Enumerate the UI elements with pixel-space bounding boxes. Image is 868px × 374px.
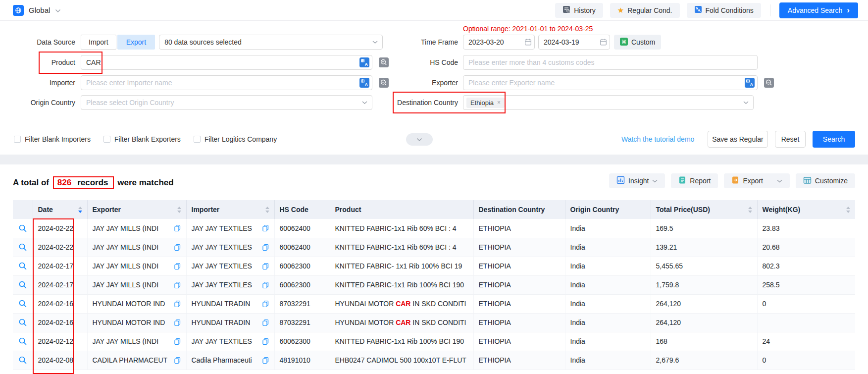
col-header-weight[interactable]: Weight(KG)	[757, 200, 855, 219]
copy-icon[interactable]	[174, 244, 181, 251]
remove-tag-icon[interactable]: ×	[497, 100, 501, 106]
copy-icon[interactable]	[174, 263, 181, 270]
checkbox-filter-blank-importers[interactable]: Filter Blank Importers	[14, 135, 91, 143]
total_price-cell: 1,759.8	[651, 275, 757, 294]
col-header-date[interactable]: Date	[33, 200, 87, 219]
time-frame-end-wrap	[538, 35, 610, 50]
copy-icon[interactable]	[262, 338, 269, 345]
translate-icon[interactable]: A	[359, 78, 369, 88]
row-detail-search-icon[interactable]	[18, 262, 27, 270]
product-input[interactable]	[81, 55, 372, 69]
copy-icon[interactable]	[174, 300, 181, 308]
date-cell: 2024-02-17	[33, 257, 87, 275]
divider	[770, 4, 770, 16]
date-cell: 2024-02-08	[33, 351, 87, 370]
exporter-input[interactable]	[463, 76, 757, 90]
copy-icon[interactable]	[174, 338, 181, 345]
calendar-icon[interactable]	[524, 39, 532, 46]
total_price-cell: 139.21	[651, 238, 757, 257]
time-frame-start-input[interactable]	[463, 35, 534, 49]
product-cell: EHB0247 CADIMOL 500 100x10T E-FLUT	[330, 351, 473, 370]
row-detail-search-icon[interactable]	[18, 224, 27, 233]
col-header-importer[interactable]: Importer	[186, 200, 274, 219]
history-button[interactable]: History	[555, 3, 603, 18]
col-header-exporter[interactable]: Exporter	[87, 200, 186, 219]
exporter-cell: HYUNDAI MOTOR IND	[93, 300, 165, 308]
tab-export[interactable]: Export	[117, 35, 155, 50]
fold-conditions-button[interactable]: Fold Conditions	[687, 3, 761, 18]
region-label: Global	[29, 6, 50, 14]
importer-input-wrap: A	[81, 75, 372, 90]
hs_code-cell: 87032291	[274, 294, 330, 313]
exclude-filter-icon[interactable]	[379, 57, 389, 67]
weight-cell: 24	[757, 332, 855, 351]
advanced-search-button[interactable]: Advanced Search ›	[779, 2, 858, 18]
regular-cond-label: Regular Cond.	[627, 6, 672, 14]
weight-cell: 0	[757, 294, 855, 313]
export-button[interactable]: Export	[724, 173, 789, 188]
summary-suffix: were matched	[117, 178, 173, 187]
translate-icon[interactable]: A	[359, 57, 369, 67]
copy-icon[interactable]	[262, 263, 269, 270]
customize-button[interactable]: Customize	[796, 173, 855, 188]
top-bar: Global History ★ Regular Cond. Fold Cond…	[0, 0, 868, 21]
weight-cell: 0	[757, 351, 855, 370]
data-source-select[interactable]: 80 data sources selected	[159, 35, 383, 50]
copy-icon[interactable]	[174, 224, 181, 232]
copy-icon[interactable]	[174, 281, 181, 289]
col-header-total_price[interactable]: Total Price(USD)	[651, 200, 757, 219]
row-detail-search-icon[interactable]	[18, 243, 27, 252]
origin-country-select[interactable]: Please select Origin Country	[81, 95, 372, 110]
collapse-panel-button[interactable]	[406, 133, 433, 146]
copy-icon[interactable]	[262, 224, 269, 232]
copy-icon[interactable]	[262, 319, 269, 326]
results-toolbar: Insight Report Export Customize	[609, 173, 855, 188]
time-frame-start-wrap	[463, 35, 535, 50]
data-source-tabs: Import Export	[81, 35, 155, 50]
regular-cond-button[interactable]: ★ Regular Cond.	[610, 3, 680, 18]
row-detail-search-icon[interactable]	[18, 337, 27, 346]
search-button[interactable]: Search	[813, 131, 855, 148]
row-detail-search-icon[interactable]	[18, 356, 27, 365]
copy-icon[interactable]	[262, 244, 269, 251]
region-selector[interactable]: Global	[13, 5, 61, 16]
copy-icon[interactable]	[262, 357, 269, 364]
checkbox-filter-blank-exporters[interactable]: Filter Blank Exporters	[103, 135, 181, 143]
origin-cell: India	[565, 332, 651, 351]
table-row: 2024-02-12JAY JAY MILLS (INDIJAY JAY TEX…	[13, 332, 855, 351]
calendar-icon[interactable]	[600, 39, 607, 46]
tab-import[interactable]: Import	[81, 35, 116, 50]
row-detail-search-icon[interactable]	[18, 318, 27, 327]
exclude-filter-icon[interactable]	[379, 78, 389, 88]
exporter-cell: CADILA PHARMACEUT	[93, 356, 168, 364]
product-input-wrap: A	[81, 55, 372, 70]
origin-cell: India	[565, 275, 651, 294]
hs-code-input[interactable]	[463, 55, 757, 69]
report-button[interactable]: Report	[671, 173, 718, 188]
svg-text:A: A	[364, 62, 368, 67]
col-header-product: Product	[330, 200, 473, 219]
copy-icon[interactable]	[262, 281, 269, 289]
copy-icon[interactable]	[262, 300, 269, 308]
importer-input[interactable]	[81, 76, 372, 90]
row-detail-search-icon[interactable]	[18, 280, 27, 289]
tutorial-demo-link[interactable]: Watch the tutorial demo	[621, 131, 694, 148]
destination-country-select[interactable]: Ethiopia ×	[463, 95, 754, 110]
table-row: 2024-02-16HYUNDAI MOTOR INDHYUNDAI TRADI…	[13, 294, 855, 313]
translate-icon[interactable]: A	[745, 78, 755, 88]
copy-icon[interactable]	[174, 319, 181, 326]
top-actions: History ★ Regular Cond. Fold Conditions …	[555, 2, 858, 18]
time-frame-end-input[interactable]	[539, 35, 610, 49]
save-as-regular-button[interactable]: Save as Regular	[708, 131, 768, 148]
total_price-cell: 168	[651, 332, 757, 351]
reset-button[interactable]: Reset	[775, 131, 806, 148]
checkbox-filter-logitics-company[interactable]: Filter Logitics Company	[194, 135, 277, 143]
fold-conditions-label: Fold Conditions	[706, 6, 754, 14]
insight-button[interactable]: Insight	[609, 173, 665, 188]
exclude-filter-icon[interactable]	[764, 78, 774, 88]
custom-range-button[interactable]: ⌘ Custom	[614, 35, 661, 50]
col-header-hs_code: HS Code	[274, 200, 330, 219]
row-detail-search-icon[interactable]	[18, 299, 27, 308]
weight-cell: 258.5	[757, 275, 855, 294]
copy-icon[interactable]	[174, 357, 181, 364]
